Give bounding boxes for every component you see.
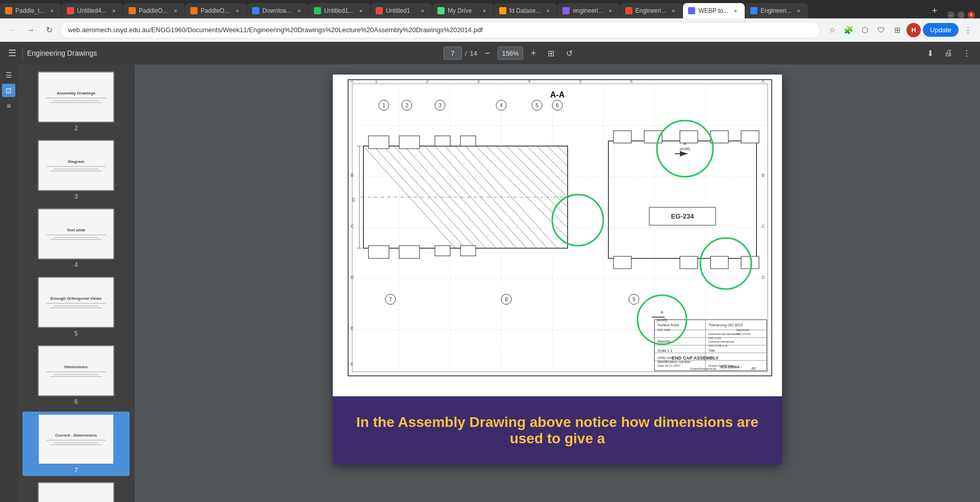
- tab-favicon: [499, 7, 506, 14]
- thumbnail-page-4[interactable]: Text slide 4: [22, 206, 130, 271]
- tab-favicon: [67, 7, 74, 14]
- tab-close-button[interactable]: ×: [731, 7, 740, 15]
- thumbnail-image: Assembly Drawings: [38, 71, 114, 123]
- grid-icon[interactable]: ⊞: [890, 23, 904, 37]
- bookmark-icon[interactable]: ☆: [825, 23, 839, 37]
- svg-text:8: 8: [505, 297, 508, 302]
- thumbnail-image: Text slide: [38, 208, 114, 259]
- svg-rect-70: [369, 246, 389, 258]
- tab-favicon: [437, 7, 445, 14]
- tab-close-button[interactable]: ×: [419, 7, 427, 15]
- tab-favicon: [376, 7, 383, 14]
- svg-rect-79: [710, 131, 728, 143]
- rotate-icon[interactable]: ↺: [562, 46, 576, 60]
- drawing-area: A-A: [333, 75, 782, 396]
- tab-tab12[interactable]: WEBP to...×: [683, 3, 744, 18]
- address-input[interactable]: [60, 22, 821, 38]
- tab-close-button[interactable]: ×: [48, 7, 56, 15]
- thumbnail-page-3[interactable]: Diagram 3: [22, 138, 130, 202]
- svg-text:1: 1: [375, 79, 377, 84]
- update-button[interactable]: Update: [923, 23, 959, 37]
- close-button[interactable]: ✕: [968, 11, 975, 18]
- back-button[interactable]: ←: [5, 23, 19, 37]
- svg-text:EG-234: EG-234: [671, 212, 695, 220]
- tab-label: engineeri...: [573, 7, 603, 14]
- thumbnail-page-7[interactable]: Current - Dimensions 7: [22, 412, 130, 476]
- maximize-button[interactable]: □: [958, 11, 965, 18]
- profile-button[interactable]: H: [906, 23, 921, 37]
- extension-icon[interactable]: 🧩: [841, 23, 855, 37]
- svg-text:C: C: [351, 224, 354, 229]
- tab-close-button[interactable]: ×: [480, 7, 488, 15]
- tab-tab7[interactable]: Untitled1×: [371, 3, 432, 18]
- zoom-in-button[interactable]: +: [527, 47, 540, 59]
- thumbnail-image: Dimensions: [38, 345, 114, 396]
- zoom-out-button[interactable]: −: [481, 47, 494, 59]
- svg-text:Geometrical tolerances: Geometrical tolerances: [708, 332, 740, 336]
- tab-close-button[interactable]: ×: [544, 7, 552, 15]
- svg-text:7: 7: [389, 297, 392, 302]
- sidebar-page-btn[interactable]: ⊡: [2, 84, 15, 97]
- pdf-toolbar: ☰ Engineering Drawings / 14 − + ⊞ ↺ ⬇ 🖨: [0, 42, 980, 64]
- print-icon[interactable]: 🖨: [941, 46, 955, 60]
- tab-tab2[interactable]: Untitled4...×: [62, 3, 123, 18]
- hamburger-button[interactable]: ☰: [6, 45, 18, 61]
- tab-tab3[interactable]: PaddleO...×: [124, 3, 185, 18]
- svg-text:Title: Title: [708, 349, 715, 352]
- tab-close-button[interactable]: ×: [110, 7, 118, 15]
- sidebar-thumbnail-btn[interactable]: ☰: [2, 68, 15, 82]
- tab-close-button[interactable]: ×: [669, 7, 677, 15]
- thumbnail-page-2[interactable]: Assembly Drawings 2: [22, 69, 130, 134]
- tab-tab4[interactable]: PaddleO...×: [185, 3, 247, 18]
- tab-close-button[interactable]: ×: [606, 7, 615, 15]
- tab-tab1[interactable]: Paddle_t...×: [0, 3, 61, 18]
- pdf-main[interactable]: A-A: [135, 64, 980, 502]
- forward-button[interactable]: →: [23, 23, 38, 37]
- new-tab-button[interactable]: +: [927, 3, 942, 18]
- bottom-text: In the Assembly Drawing above notice how…: [340, 404, 774, 457]
- sidebar-outline-btn[interactable]: ≡: [2, 99, 15, 112]
- tab-close-button[interactable]: ×: [172, 7, 180, 15]
- extension3-icon[interactable]: 🛡: [874, 23, 888, 37]
- tab-tab13[interactable]: Engineeri...×: [745, 3, 808, 18]
- minimize-button[interactable]: –: [947, 11, 954, 18]
- pdf-title: Engineering Drawings: [27, 49, 97, 57]
- thumbnail-page-6[interactable]: Dimensions 6: [22, 343, 130, 408]
- reload-button[interactable]: ↻: [42, 23, 56, 37]
- tab-label: PaddleO...: [201, 7, 230, 14]
- svg-text:2: 2: [405, 103, 408, 108]
- extension2-icon[interactable]: ⬡: [857, 23, 872, 37]
- more-options-icon[interactable]: ⋮: [961, 23, 975, 37]
- tab-tab10[interactable]: engineeri...×: [557, 3, 619, 18]
- thumbnail-number: 3: [75, 193, 78, 200]
- thumbnail-number: 4: [75, 261, 78, 269]
- zoom-input[interactable]: [498, 46, 523, 60]
- download-icon[interactable]: ⬇: [923, 46, 937, 60]
- tab-label: Untitled1...: [324, 7, 354, 14]
- svg-text:3: 3: [477, 79, 479, 84]
- svg-text:4: 4: [500, 103, 503, 108]
- tab-close-button[interactable]: ×: [795, 7, 803, 15]
- svg-text:A: A: [683, 141, 687, 146]
- svg-text:E: E: [351, 326, 354, 331]
- thumbnail-page-5[interactable]: Enough Orthogonal Views 5: [22, 275, 130, 339]
- more-tools-icon[interactable]: ⋮: [960, 46, 974, 60]
- pdf-content-area: ☰ ⊡ ≡ Assembly Drawings 2Diagram 3Text s…: [0, 64, 980, 502]
- tab-close-button[interactable]: ×: [295, 7, 303, 15]
- tab-close-button[interactable]: ×: [357, 7, 365, 15]
- browser-frame: Paddle_t...×Untitled4...×PaddleO...×Padd…: [0, 0, 980, 502]
- tab-label: WEBP to...: [698, 7, 728, 14]
- tab-tab11[interactable]: Engineeri...×: [620, 3, 683, 18]
- svg-rect-78: [680, 131, 698, 143]
- tab-tab8[interactable]: My Drive×: [432, 3, 494, 18]
- svg-text:5: 5: [535, 103, 538, 108]
- tab-close-button[interactable]: ×: [233, 7, 241, 15]
- svg-text:Identification number: Identification number: [657, 360, 691, 364]
- tab-tab9[interactable]: fd Datase...×: [494, 3, 557, 18]
- page-input[interactable]: [444, 46, 462, 60]
- thumbnail-page-8[interactable]: Parts List 8: [22, 480, 130, 502]
- tab-tab6[interactable]: Untitled1...×: [309, 3, 370, 18]
- tab-tab5[interactable]: Downloa...×: [247, 3, 308, 18]
- tab-favicon: [625, 7, 632, 14]
- fit-page-icon[interactable]: ⊞: [544, 46, 558, 60]
